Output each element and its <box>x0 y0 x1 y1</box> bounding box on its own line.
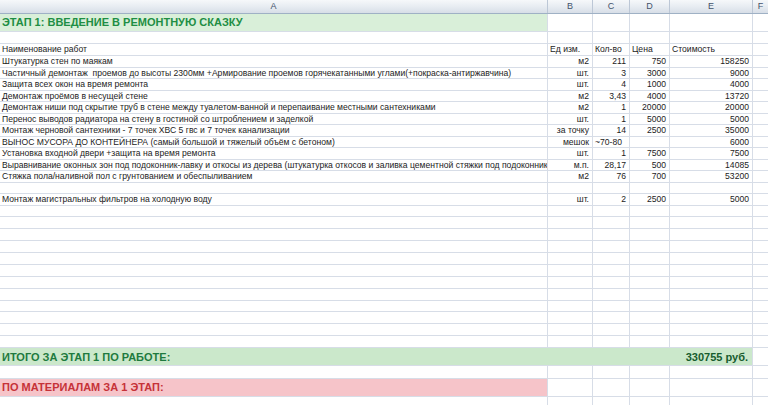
cell-quantity[interactable]: 3,43 <box>593 91 630 102</box>
cell-price[interactable]: 1000 <box>630 79 670 90</box>
cell-price[interactable]: 2500 <box>630 125 670 136</box>
cell-price[interactable]: 500 <box>630 160 670 171</box>
column-header-f[interactable]: F <box>753 0 768 13</box>
cell-work-name[interactable]: Частичный демонтаж проемов до высоты 230… <box>0 68 548 79</box>
cell-empty[interactable] <box>753 102 768 113</box>
cell-empty[interactable] <box>753 312 768 323</box>
cell-work-name[interactable] <box>0 366 548 378</box>
header-price[interactable]: Цена <box>630 44 670 55</box>
cell-quantity[interactable] <box>593 241 630 252</box>
cell-empty[interactable] <box>670 379 753 396</box>
cell-cost[interactable] <box>670 324 753 335</box>
cell-empty[interactable] <box>753 160 768 171</box>
cell-price[interactable] <box>630 206 670 217</box>
cell-cost[interactable] <box>670 241 753 252</box>
cell-cost[interactable]: 9000 <box>670 68 753 79</box>
cell-cost[interactable]: 5000 <box>670 114 753 125</box>
cell-cost[interactable] <box>670 277 753 288</box>
cell-cost[interactable]: 53200 <box>670 171 753 182</box>
cell-work-name[interactable] <box>0 324 548 335</box>
cell-empty[interactable] <box>753 397 768 405</box>
cell-price[interactable]: 3000 <box>630 68 670 79</box>
cell-unit[interactable] <box>548 336 593 347</box>
cell-quantity[interactable] <box>593 289 630 300</box>
cell-work-name[interactable] <box>0 32 548 43</box>
cell-work-name[interactable]: Защита всех окон на время ремонта <box>0 79 548 90</box>
cell-unit[interactable] <box>548 229 593 240</box>
cell-cost[interactable]: 4000 <box>670 79 753 90</box>
column-header-b[interactable]: B <box>548 0 593 13</box>
cell-unit[interactable]: шт. <box>548 114 593 125</box>
cell-work-name[interactable]: Демонтаж проёмов в несущей стене <box>0 91 548 102</box>
cell-price[interactable] <box>630 183 670 194</box>
cell-quantity[interactable] <box>593 397 630 405</box>
materials-header-cell[interactable]: ПО МАТЕРИАЛАМ ЗА 1 ЭТАП: <box>0 379 548 396</box>
cell-quantity[interactable] <box>593 229 630 240</box>
cell-quantity[interactable]: 1 <box>593 148 630 159</box>
cell-price[interactable] <box>630 137 670 148</box>
cell-unit[interactable]: мешок <box>548 137 593 148</box>
stage-title-cell[interactable]: ЭТАП 1: ВВЕДЕНИЕ В РЕМОНТНУЮ СКАЗКУ <box>0 14 548 31</box>
cell-cost[interactable]: 13720 <box>670 91 753 102</box>
cell-quantity[interactable]: 1 <box>593 114 630 125</box>
cell-quantity[interactable]: 3 <box>593 68 630 79</box>
cell-empty[interactable] <box>753 183 768 194</box>
column-header-e[interactable]: E <box>670 0 753 13</box>
cell-empty[interactable] <box>753 265 768 276</box>
cell-quantity[interactable] <box>593 336 630 347</box>
cell-cost[interactable]: 5000 <box>670 194 753 205</box>
cell-price[interactable]: 4000 <box>630 91 670 102</box>
cell-empty[interactable] <box>753 91 768 102</box>
cell-cost[interactable] <box>670 397 753 405</box>
cell-empty[interactable] <box>753 301 768 312</box>
cell-empty[interactable] <box>753 277 768 288</box>
cell-unit[interactable] <box>548 183 593 194</box>
cell-unit[interactable] <box>548 324 593 335</box>
cell-quantity[interactable]: 28,17 <box>593 160 630 171</box>
cell-unit[interactable] <box>548 366 593 378</box>
cell-quantity[interactable]: 211 <box>593 56 630 67</box>
cell-unit[interactable] <box>548 289 593 300</box>
cell-price[interactable] <box>630 229 670 240</box>
cell-work-name[interactable]: Демонтаж ниши под скрытие труб в стене м… <box>0 102 548 113</box>
cell-unit[interactable] <box>548 265 593 276</box>
cell-work-name[interactable] <box>0 183 548 194</box>
cell-price[interactable]: 7500 <box>630 148 670 159</box>
cell-quantity[interactable] <box>593 324 630 335</box>
cell-price[interactable] <box>630 324 670 335</box>
cell-work-name[interactable]: Монтаж магистральных фильтров на холодну… <box>0 194 548 205</box>
column-header-c[interactable]: C <box>593 0 630 13</box>
cell-cost[interactable] <box>670 229 753 240</box>
cell-unit[interactable]: шт. <box>548 68 593 79</box>
cell-price[interactable]: 5000 <box>630 114 670 125</box>
header-cost[interactable]: Стоимость <box>670 44 753 55</box>
cell-work-name[interactable]: Перенос выводов радиатора на стену в гос… <box>0 114 548 125</box>
cell-cost[interactable]: 158250 <box>670 56 753 67</box>
cell-quantity[interactable] <box>593 312 630 323</box>
cell-quantity[interactable]: 76 <box>593 171 630 182</box>
cell-work-name[interactable]: ВЫНОС МУСОРА ДО КОНТЕЙНЕРА (самый большо… <box>0 137 548 148</box>
cell-cost[interactable] <box>670 336 753 347</box>
cell-empty[interactable] <box>548 14 593 31</box>
cell-unit[interactable] <box>548 32 593 43</box>
cell-work-name[interactable] <box>0 312 548 323</box>
cell-unit[interactable]: шт. <box>548 79 593 90</box>
cell-unit[interactable] <box>548 241 593 252</box>
cell-empty[interactable] <box>753 79 768 90</box>
column-header-d[interactable]: D <box>630 0 670 13</box>
cell-quantity[interactable]: 4 <box>593 79 630 90</box>
cell-empty[interactable] <box>630 14 670 31</box>
cell-work-name[interactable] <box>0 217 548 228</box>
cell-work-name[interactable]: Установка входной двери +защита на время… <box>0 148 548 159</box>
cell-work-name[interactable] <box>0 336 548 347</box>
cell-work-name[interactable] <box>0 253 548 264</box>
cell-price[interactable] <box>630 265 670 276</box>
cell-unit[interactable] <box>548 206 593 217</box>
cell-price[interactable] <box>630 397 670 405</box>
cell-price[interactable] <box>630 253 670 264</box>
cell-empty[interactable] <box>753 217 768 228</box>
cell-empty[interactable] <box>753 114 768 125</box>
cell-unit[interactable]: м2 <box>548 171 593 182</box>
cell-quantity[interactable] <box>593 366 630 378</box>
cell-empty[interactable] <box>753 194 768 205</box>
